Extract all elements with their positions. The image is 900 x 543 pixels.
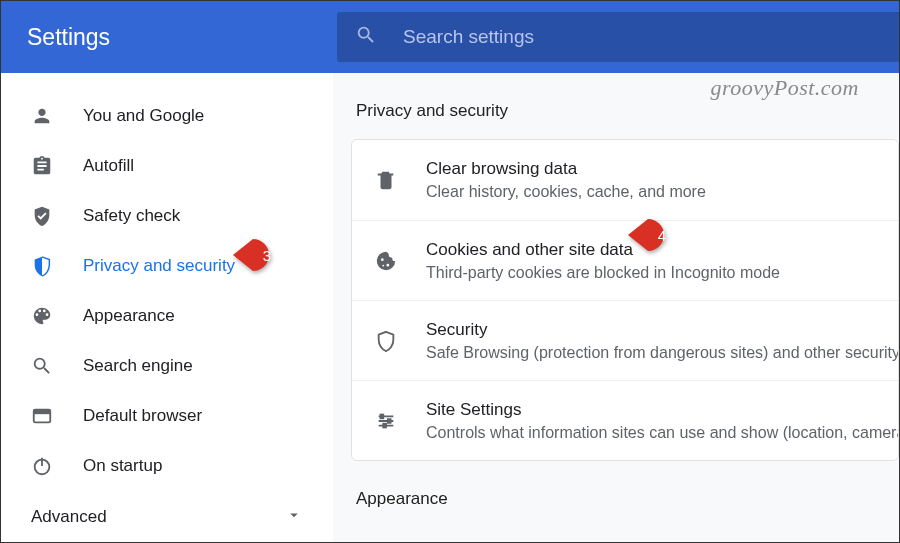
sidebar-item-safety-check[interactable]: Safety check — [1, 191, 333, 241]
sidebar-item-on-startup[interactable]: On startup — [1, 441, 333, 491]
svg-rect-1 — [34, 410, 51, 415]
svg-rect-9 — [383, 423, 386, 427]
row-title: Site Settings — [426, 400, 899, 420]
annotation-badge-3: 3 — [233, 237, 291, 273]
chevron-down-icon — [285, 506, 303, 528]
shield-privacy-icon — [31, 255, 53, 277]
app-header: Settings Search settings — [1, 1, 899, 73]
sidebar-item-default-browser[interactable]: Default browser — [1, 391, 333, 441]
sidebar-item-autofill[interactable]: Autofill — [1, 141, 333, 191]
cookie-icon — [374, 249, 398, 273]
main-content: groovyPost.com Privacy and security Clea… — [333, 73, 899, 542]
person-icon — [31, 105, 53, 127]
row-cookies[interactable]: Cookies and other site data Third-party … — [352, 220, 898, 300]
svg-rect-8 — [388, 419, 391, 423]
sidebar-item-appearance[interactable]: Appearance — [1, 291, 333, 341]
row-text: Security Safe Browsing (protection from … — [426, 320, 899, 362]
sidebar-item-label: On startup — [83, 456, 162, 476]
clipboard-icon — [31, 155, 53, 177]
row-clear-browsing-data[interactable]: Clear browsing data Clear history, cooki… — [352, 140, 898, 220]
svg-rect-7 — [381, 414, 384, 418]
search-placeholder: Search settings — [403, 26, 534, 48]
row-title: Cookies and other site data — [426, 240, 780, 260]
sidebar-item-label: Default browser — [83, 406, 202, 426]
section-title-privacy: Privacy and security — [351, 101, 899, 121]
section-title-appearance: Appearance — [351, 489, 899, 509]
search-input[interactable]: Search settings — [337, 12, 899, 62]
row-text: Site Settings Controls what information … — [426, 400, 899, 442]
body: You and Google Autofill Safety check Pri… — [1, 73, 899, 542]
shield-check-icon — [31, 205, 53, 227]
advanced-label: Advanced — [31, 507, 107, 527]
sidebar-advanced-toggle[interactable]: Advanced — [1, 491, 333, 542]
sidebar-item-you-and-google[interactable]: You and Google — [1, 91, 333, 141]
sidebar-item-label: Autofill — [83, 156, 134, 176]
sidebar-item-search-engine[interactable]: Search engine — [1, 341, 333, 391]
row-desc: Clear history, cookies, cache, and more — [426, 183, 706, 201]
row-title: Clear browsing data — [426, 159, 706, 179]
privacy-card: Clear browsing data Clear history, cooki… — [351, 139, 899, 461]
palette-icon — [31, 305, 53, 327]
sidebar-item-privacy-security[interactable]: Privacy and security 3 — [1, 241, 333, 291]
watermark: groovyPost.com — [710, 75, 859, 101]
row-site-settings[interactable]: Site Settings Controls what information … — [352, 380, 898, 460]
power-icon — [31, 455, 53, 477]
row-desc: Safe Browsing (protection from dangerous… — [426, 344, 899, 362]
sidebar-list: You and Google Autofill Safety check Pri… — [1, 91, 333, 491]
row-title: Security — [426, 320, 899, 340]
page-title: Settings — [27, 24, 337, 51]
trash-icon — [374, 168, 398, 192]
row-desc: Third-party cookies are blocked in Incog… — [426, 264, 780, 282]
row-security[interactable]: Security Safe Browsing (protection from … — [352, 300, 898, 380]
sidebar-item-label: You and Google — [83, 106, 204, 126]
row-text: Cookies and other site data Third-party … — [426, 240, 780, 282]
shield-outline-icon — [374, 329, 398, 353]
search-icon — [31, 355, 53, 377]
sidebar: You and Google Autofill Safety check Pri… — [1, 73, 333, 542]
sidebar-item-label: Safety check — [83, 206, 180, 226]
sidebar-item-label: Privacy and security — [83, 256, 235, 276]
sidebar-item-label: Appearance — [83, 306, 175, 326]
browser-icon — [31, 405, 53, 427]
row-desc: Controls what information sites can use … — [426, 424, 899, 442]
sliders-icon — [374, 409, 398, 433]
sidebar-item-label: Search engine — [83, 356, 193, 376]
search-icon — [355, 24, 377, 50]
row-text: Clear browsing data Clear history, cooki… — [426, 159, 706, 201]
